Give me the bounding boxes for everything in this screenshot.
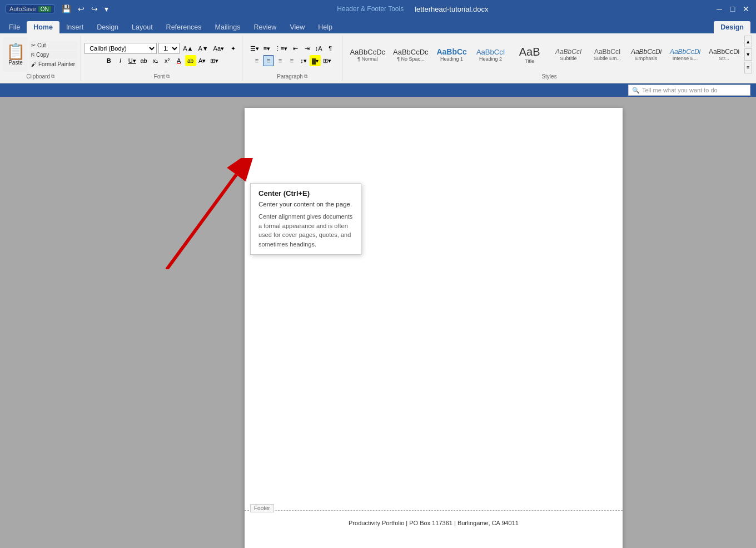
tab-design-hf[interactable]: Design bbox=[714, 21, 750, 33]
tab-home[interactable]: Home bbox=[27, 21, 59, 33]
format-painter-button[interactable]: 🖌 Format Painter bbox=[29, 60, 77, 68]
styles-expand[interactable]: ≡ bbox=[744, 62, 752, 73]
show-marks-button[interactable]: ¶ bbox=[325, 43, 336, 54]
style-normal-label: ¶ Normal bbox=[357, 56, 377, 62]
borders-button[interactable]: ⊞▾ bbox=[208, 55, 220, 66]
autosave-state[interactable]: ON bbox=[38, 6, 51, 12]
align-left-button[interactable]: ≡ bbox=[251, 55, 262, 66]
decrease-indent-button[interactable]: ⇤ bbox=[290, 43, 301, 54]
bullets-button[interactable]: ☰▾ bbox=[248, 43, 261, 54]
style-heading1[interactable]: AaBbCc Heading 1 bbox=[433, 45, 471, 64]
para-row-2: ≡ ≡ ≡ ≡ ↕▾ ▓▾ ⊞▾ bbox=[251, 55, 333, 66]
multilevel-list-button[interactable]: ⋮≡▾ bbox=[273, 43, 289, 54]
change-case-button[interactable]: Aa▾ bbox=[212, 43, 226, 54]
styles-scroll-up[interactable]: ▲ bbox=[744, 36, 752, 47]
strikethrough-button[interactable]: ab bbox=[138, 55, 150, 66]
autosave-badge[interactable]: AutoSave ON bbox=[6, 4, 55, 13]
undo-button[interactable]: ↩ bbox=[76, 3, 87, 14]
clipboard-expand-icon: ⧉ bbox=[51, 73, 54, 80]
close-button[interactable]: ✕ bbox=[742, 4, 750, 13]
tab-design[interactable]: Design bbox=[90, 21, 125, 33]
style-normal-preview: AaBbCcDc bbox=[350, 48, 385, 56]
font-name-select[interactable]: Calibri (Body) bbox=[84, 43, 157, 54]
style-title-preview: AaB bbox=[519, 46, 540, 58]
search-placeholder: Tell me what you want to do bbox=[642, 87, 718, 93]
cut-button[interactable]: ✂ Cut bbox=[29, 41, 77, 50]
style-emphasis[interactable]: AaBbCcDi Emphasis bbox=[628, 46, 665, 63]
tab-view[interactable]: View bbox=[283, 21, 311, 33]
style-normal[interactable]: AaBbCcDc ¶ Normal bbox=[346, 46, 389, 64]
italic-button[interactable]: I bbox=[115, 55, 126, 66]
style-subtitle[interactable]: AaBbCcI Subtitle bbox=[550, 46, 588, 63]
style-subtitle-preview: AaBbCcI bbox=[555, 48, 581, 56]
font-size-select[interactable]: 11 bbox=[158, 43, 180, 54]
para-borders-button[interactable]: ⊞▾ bbox=[321, 55, 333, 66]
document-area: Footer Productivity Portfolio | PO Box 1… bbox=[0, 97, 756, 548]
paragraph-label[interactable]: Paragraph ⧉ bbox=[277, 73, 307, 81]
maximize-button[interactable]: □ bbox=[728, 4, 737, 13]
align-right-button[interactable]: ≡ bbox=[275, 55, 286, 66]
document-content[interactable] bbox=[245, 108, 623, 130]
ribbon-group-styles: AaBbCcDc ¶ Normal AaBbCcDc ¶ No Spac... … bbox=[342, 36, 756, 81]
tab-help[interactable]: Help bbox=[311, 21, 339, 33]
decrease-font-button[interactable]: A▼ bbox=[196, 43, 210, 54]
style-strong[interactable]: AaBbCcDi Str... bbox=[705, 46, 743, 63]
minimize-button[interactable]: ─ bbox=[715, 4, 724, 13]
save-button[interactable]: 💾 bbox=[59, 3, 73, 14]
doc-title: letterhead-tutorial.docx bbox=[415, 5, 488, 13]
superscript-button[interactable]: x² bbox=[162, 55, 173, 66]
numbering-button[interactable]: ≡▾ bbox=[261, 43, 272, 54]
align-center-button[interactable]: ≡ bbox=[263, 55, 274, 66]
style-heading1-preview: AaBbCc bbox=[436, 47, 466, 56]
tooltip-long-desc: Center alignment gives documents a forma… bbox=[258, 212, 353, 249]
font-color-button[interactable]: A bbox=[173, 55, 185, 66]
ribbon: 📋 Paste ✂ Cut ⎘ Copy 🖌 Format Painter C bbox=[0, 33, 756, 83]
search-box[interactable]: 🔍 Tell me what you want to do bbox=[628, 85, 750, 96]
tab-layout[interactable]: Layout bbox=[125, 21, 160, 33]
redo-button[interactable]: ↪ bbox=[89, 3, 100, 14]
line-spacing-button[interactable]: ↕▾ bbox=[298, 55, 309, 66]
underline-button[interactable]: U▾ bbox=[127, 55, 138, 66]
tooltip-box: Center (Ctrl+E) Center your content on t… bbox=[250, 183, 361, 255]
style-heading2[interactable]: AaBbCcI Heading 2 bbox=[472, 46, 510, 64]
style-intense-e[interactable]: AaBbCcDi Intense E... bbox=[667, 46, 704, 63]
font-label[interactable]: Font ⧉ bbox=[154, 73, 170, 81]
footer-label: Footer bbox=[250, 504, 274, 512]
style-title[interactable]: AaB Title bbox=[511, 43, 549, 66]
style-emphasis-preview: AaBbCcDi bbox=[631, 48, 662, 56]
footer-text: Productivity Portfolio | PO Box 117361 |… bbox=[256, 520, 611, 526]
copy-button[interactable]: ⎘ Copy bbox=[29, 51, 77, 59]
subscript-button[interactable]: x₂ bbox=[150, 55, 161, 66]
tab-review[interactable]: Review bbox=[247, 21, 283, 33]
ribbon-group-paragraph: ☰▾ ≡▾ ⋮≡▾ ⇤ ⇥ ↕A ¶ ≡ ≡ ≡ ≡ ↕▾ ▓▾ ⊞▾ Para… bbox=[242, 36, 342, 81]
tooltip-title: Center (Ctrl+E) bbox=[258, 189, 353, 198]
clipboard-label[interactable]: Clipboard ⧉ bbox=[26, 73, 54, 81]
shading-button[interactable]: ▓▾ bbox=[310, 55, 321, 66]
svg-line-1 bbox=[167, 175, 236, 269]
sort-button[interactable]: ↕A bbox=[313, 43, 324, 54]
style-intense-e-preview: AaBbCcDi bbox=[670, 48, 700, 56]
style-nospace[interactable]: AaBbCcDc ¶ No Spac... bbox=[390, 46, 432, 64]
more-qa-button[interactable]: ▾ bbox=[102, 3, 111, 14]
para-content: ☰▾ ≡▾ ⋮≡▾ ⇤ ⇥ ↕A ¶ ≡ ≡ ≡ ≡ ↕▾ ▓▾ ⊞▾ bbox=[248, 36, 336, 73]
tab-insert[interactable]: Insert bbox=[59, 21, 90, 33]
tab-file[interactable]: File bbox=[2, 21, 27, 33]
increase-font-button[interactable]: A▲ bbox=[181, 43, 195, 54]
styles-scroll-down[interactable]: ▼ bbox=[744, 48, 752, 60]
format-painter-icon: 🖌 bbox=[31, 61, 37, 67]
style-subtle-em-label: Subtle Em... bbox=[594, 56, 621, 61]
style-subtle-em[interactable]: AaBbCcI Subtle Em... bbox=[589, 46, 626, 63]
tab-references[interactable]: References bbox=[160, 21, 208, 33]
styles-label[interactable]: Styles bbox=[541, 73, 556, 81]
bold-button[interactable]: B bbox=[103, 55, 115, 66]
style-subtitle-label: Subtitle bbox=[560, 56, 577, 61]
justify-button[interactable]: ≡ bbox=[286, 55, 297, 66]
font-shading-button[interactable]: A▾ bbox=[197, 55, 208, 66]
paste-button[interactable]: 📋 Paste bbox=[3, 37, 28, 72]
paragraph-expand-icon: ⧉ bbox=[304, 73, 307, 80]
clear-formatting-button[interactable]: ✦ bbox=[227, 43, 238, 54]
tab-mailings[interactable]: Mailings bbox=[208, 21, 247, 33]
title-bar-center: Header & Footer Tools letterhead-tutoria… bbox=[337, 5, 488, 13]
highlight-button[interactable]: ab bbox=[185, 55, 196, 66]
increase-indent-button[interactable]: ⇥ bbox=[301, 43, 312, 54]
